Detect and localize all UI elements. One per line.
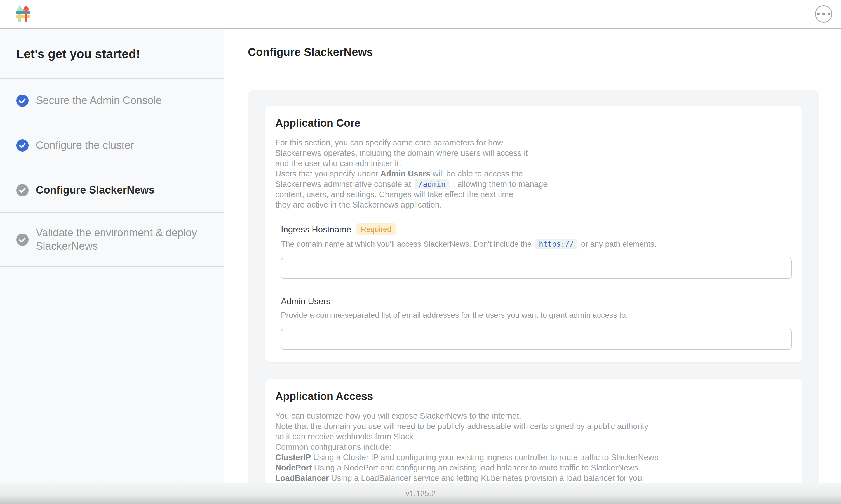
ingress-hostname-input[interactable] xyxy=(281,258,792,278)
step-configure-slackernews[interactable]: Configure SlackerNews xyxy=(0,168,224,213)
step-validate-deploy[interactable]: Validate the environment & deploy Slacke… xyxy=(0,213,224,267)
application-core-card: Application Core For this section, you c… xyxy=(265,106,802,362)
field-label: Admin Users xyxy=(281,296,330,307)
ingress-hostname-field-group: Ingress Hostname Required The domain nam… xyxy=(275,223,792,278)
field-helper: The domain name at which you'll access S… xyxy=(281,238,792,250)
topbar xyxy=(0,0,841,29)
slackernews-logo-icon xyxy=(16,5,30,22)
required-badge: Required xyxy=(356,223,396,235)
field-helper: Provide a comma-separated list of email … xyxy=(281,309,792,321)
page-title: Configure SlackerNews xyxy=(248,46,819,58)
step-label: Configure SlackerNews xyxy=(36,183,155,197)
ellipsis-icon xyxy=(827,13,830,15)
ellipsis-icon xyxy=(817,13,820,15)
version-label: v1.125.2 xyxy=(406,489,435,498)
title-divider xyxy=(248,70,819,70)
field-label: Ingress Hostname xyxy=(281,224,352,235)
step-complete-icon xyxy=(16,94,29,107)
card-title: Application Core xyxy=(275,117,792,129)
version-footer: v1.125.2 xyxy=(0,483,841,504)
step-secure-admin-console[interactable]: Secure the Admin Console xyxy=(0,78,224,123)
overflow-menu-button[interactable] xyxy=(815,5,832,23)
step-configure-cluster[interactable]: Configure the cluster xyxy=(0,123,224,168)
config-panel: Application Core For this section, you c… xyxy=(248,90,819,504)
setup-steps-sidebar: Let's get you started! Secure the Admin … xyxy=(0,29,224,504)
card-description: You can customize how you will expose Sl… xyxy=(275,411,792,494)
ellipsis-icon xyxy=(822,13,825,15)
step-label: Secure the Admin Console xyxy=(36,94,162,107)
step-pending-icon xyxy=(16,184,29,196)
admin-users-input[interactable] xyxy=(281,329,792,349)
admin-users-field-group: Admin Users Provide a comma-separated li… xyxy=(275,296,792,349)
step-complete-icon xyxy=(16,139,29,151)
step-label: Validate the environment & deploy Slacke… xyxy=(36,226,204,253)
sidebar-heading: Let's get you started! xyxy=(0,29,224,78)
card-description: For this section, you can specify some c… xyxy=(275,138,792,210)
card-title: Application Access xyxy=(275,391,792,402)
step-pending-icon xyxy=(16,234,29,246)
step-label: Configure the cluster xyxy=(36,139,134,152)
config-main: Configure SlackerNews Application Core F… xyxy=(224,29,841,504)
